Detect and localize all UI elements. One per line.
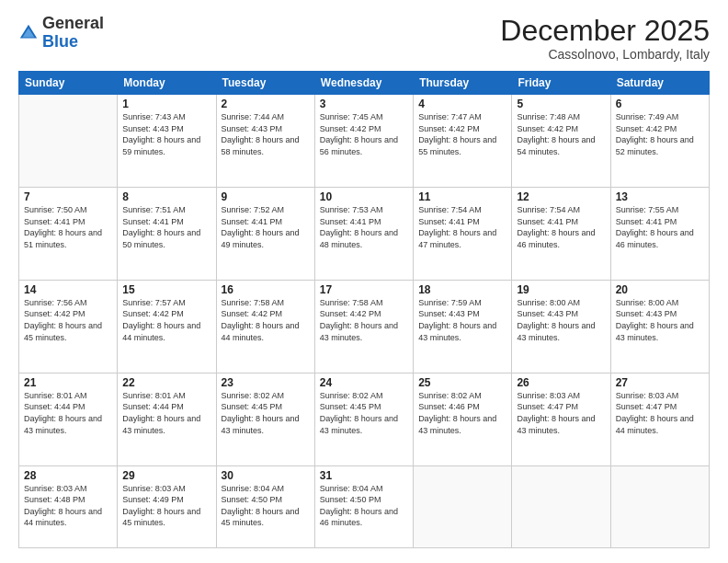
title-block: December 2025 Cassolnovo, Lombardy, Ital… (500, 15, 710, 62)
day-number: 10 (320, 190, 408, 203)
day-number: 14 (24, 283, 112, 296)
table-row: 24 Sunrise: 8:02 AMSunset: 4:45 PMDaylig… (314, 373, 413, 465)
day-detail: Sunrise: 7:57 AMSunset: 4:42 PMDaylight:… (122, 297, 210, 343)
table-row: 27 Sunrise: 8:03 AMSunset: 4:47 PMDaylig… (610, 373, 709, 465)
calendar-table: Sunday Monday Tuesday Wednesday Thursday… (18, 71, 710, 548)
table-row: 20 Sunrise: 8:00 AMSunset: 4:43 PMDaylig… (610, 280, 709, 373)
table-row: 9 Sunrise: 7:52 AMSunset: 4:41 PMDayligh… (216, 188, 314, 281)
logo-text: General Blue (42, 15, 104, 52)
table-row: 13 Sunrise: 7:55 AMSunset: 4:41 PMDaylig… (610, 188, 709, 281)
day-number: 1 (122, 98, 210, 110)
header-tuesday: Tuesday (216, 72, 314, 95)
table-row: 8 Sunrise: 7:51 AMSunset: 4:41 PMDayligh… (118, 188, 216, 281)
day-detail: Sunrise: 7:56 AMSunset: 4:42 PMDaylight:… (24, 297, 112, 343)
day-detail: Sunrise: 8:00 AMSunset: 4:43 PMDaylight:… (616, 297, 704, 343)
table-row: 1 Sunrise: 7:43 AMSunset: 4:43 PMDayligh… (118, 95, 216, 188)
day-number: 26 (517, 376, 605, 389)
table-row: 21 Sunrise: 8:01 AMSunset: 4:44 PMDaylig… (19, 373, 118, 465)
logo-blue: Blue (42, 32, 78, 51)
day-detail: Sunrise: 8:02 AMSunset: 4:46 PMDaylight:… (418, 390, 506, 436)
day-number: 27 (616, 376, 704, 389)
day-detail: Sunrise: 7:49 AMSunset: 4:42 PMDaylight:… (616, 111, 704, 157)
table-row: 15 Sunrise: 7:57 AMSunset: 4:42 PMDaylig… (118, 280, 216, 373)
day-detail: Sunrise: 7:53 AMSunset: 4:41 PMDaylight:… (320, 204, 408, 250)
logo-icon (18, 23, 39, 43)
day-detail: Sunrise: 7:55 AMSunset: 4:41 PMDaylight:… (616, 204, 704, 250)
day-detail: Sunrise: 8:02 AMSunset: 4:45 PMDaylight:… (320, 390, 408, 436)
day-detail: Sunrise: 8:03 AMSunset: 4:49 PMDaylight:… (122, 483, 210, 529)
table-row: 2 Sunrise: 7:44 AMSunset: 4:43 PMDayligh… (216, 95, 314, 188)
day-detail: Sunrise: 7:59 AMSunset: 4:43 PMDaylight:… (418, 297, 506, 343)
day-number: 8 (122, 190, 210, 203)
header-thursday: Thursday (414, 72, 512, 95)
day-detail: Sunrise: 7:58 AMSunset: 4:42 PMDaylight:… (222, 297, 310, 343)
day-number: 3 (320, 98, 408, 110)
table-row: 10 Sunrise: 7:53 AMSunset: 4:41 PMDaylig… (314, 188, 413, 281)
day-detail: Sunrise: 8:04 AMSunset: 4:50 PMDaylight:… (320, 483, 408, 529)
day-detail: Sunrise: 8:04 AMSunset: 4:50 PMDaylight:… (222, 483, 310, 529)
day-number: 11 (418, 190, 506, 203)
table-row: 18 Sunrise: 7:59 AMSunset: 4:43 PMDaylig… (414, 280, 512, 373)
day-number: 24 (320, 376, 408, 389)
day-number: 2 (222, 98, 310, 110)
day-number: 20 (616, 283, 704, 296)
day-detail: Sunrise: 7:51 AMSunset: 4:41 PMDaylight:… (122, 204, 210, 250)
day-detail: Sunrise: 7:54 AMSunset: 4:41 PMDaylight:… (517, 204, 605, 250)
day-number: 19 (517, 283, 605, 296)
day-number: 30 (222, 469, 310, 482)
header: General Blue December 2025 Cassolnovo, L… (18, 15, 710, 62)
table-row: 14 Sunrise: 7:56 AMSunset: 4:42 PMDaylig… (19, 280, 118, 373)
day-number: 5 (517, 98, 605, 110)
day-detail: Sunrise: 7:47 AMSunset: 4:42 PMDaylight:… (418, 111, 506, 157)
day-number: 9 (222, 190, 310, 203)
day-detail: Sunrise: 8:00 AMSunset: 4:43 PMDaylight:… (517, 297, 605, 343)
day-number: 12 (517, 190, 605, 203)
header-saturday: Saturday (610, 72, 709, 95)
day-number: 28 (24, 469, 112, 482)
day-detail: Sunrise: 7:52 AMSunset: 4:41 PMDaylight:… (222, 204, 310, 250)
table-row: 19 Sunrise: 8:00 AMSunset: 4:43 PMDaylig… (512, 280, 610, 373)
day-number: 16 (222, 283, 310, 296)
table-row: 4 Sunrise: 7:47 AMSunset: 4:42 PMDayligh… (414, 95, 512, 188)
day-detail: Sunrise: 7:58 AMSunset: 4:42 PMDaylight:… (320, 297, 408, 343)
day-number: 21 (24, 376, 112, 389)
table-row: 22 Sunrise: 8:01 AMSunset: 4:44 PMDaylig… (118, 373, 216, 465)
table-row: 28 Sunrise: 8:03 AMSunset: 4:48 PMDaylig… (19, 465, 118, 547)
day-detail: Sunrise: 7:50 AMSunset: 4:41 PMDaylight:… (24, 204, 112, 250)
table-row: 5 Sunrise: 7:48 AMSunset: 4:42 PMDayligh… (512, 95, 610, 188)
table-row: 30 Sunrise: 8:04 AMSunset: 4:50 PMDaylig… (216, 465, 314, 547)
day-number: 18 (418, 283, 506, 296)
table-row (19, 95, 118, 188)
header-wednesday: Wednesday (314, 72, 413, 95)
page: General Blue December 2025 Cassolnovo, L… (0, 0, 728, 563)
header-friday: Friday (512, 72, 610, 95)
day-detail: Sunrise: 7:48 AMSunset: 4:42 PMDaylight:… (517, 111, 605, 157)
table-row: 31 Sunrise: 8:04 AMSunset: 4:50 PMDaylig… (314, 465, 413, 547)
table-row (610, 465, 709, 547)
logo: General Blue (18, 15, 104, 52)
header-sunday: Sunday (19, 72, 118, 95)
day-detail: Sunrise: 8:01 AMSunset: 4:44 PMDaylight:… (122, 390, 210, 436)
table-row: 7 Sunrise: 7:50 AMSunset: 4:41 PMDayligh… (19, 188, 118, 281)
table-row (414, 465, 512, 547)
location-subtitle: Cassolnovo, Lombardy, Italy (500, 47, 710, 62)
day-number: 7 (24, 190, 112, 203)
day-detail: Sunrise: 8:03 AMSunset: 4:47 PMDaylight:… (517, 390, 605, 436)
table-row: 6 Sunrise: 7:49 AMSunset: 4:42 PMDayligh… (610, 95, 709, 188)
day-number: 23 (222, 376, 310, 389)
table-row: 29 Sunrise: 8:03 AMSunset: 4:49 PMDaylig… (118, 465, 216, 547)
table-row: 17 Sunrise: 7:58 AMSunset: 4:42 PMDaylig… (314, 280, 413, 373)
table-row: 12 Sunrise: 7:54 AMSunset: 4:41 PMDaylig… (512, 188, 610, 281)
header-monday: Monday (118, 72, 216, 95)
day-detail: Sunrise: 7:44 AMSunset: 4:43 PMDaylight:… (222, 111, 310, 157)
day-number: 25 (418, 376, 506, 389)
day-number: 6 (616, 98, 704, 110)
table-row: 16 Sunrise: 7:58 AMSunset: 4:42 PMDaylig… (216, 280, 314, 373)
day-detail: Sunrise: 8:01 AMSunset: 4:44 PMDaylight:… (24, 390, 112, 436)
table-row: 25 Sunrise: 8:02 AMSunset: 4:46 PMDaylig… (414, 373, 512, 465)
day-number: 15 (122, 283, 210, 296)
day-detail: Sunrise: 7:45 AMSunset: 4:42 PMDaylight:… (320, 111, 408, 157)
day-number: 13 (616, 190, 704, 203)
day-detail: Sunrise: 8:02 AMSunset: 4:45 PMDaylight:… (222, 390, 310, 436)
day-number: 4 (418, 98, 506, 110)
